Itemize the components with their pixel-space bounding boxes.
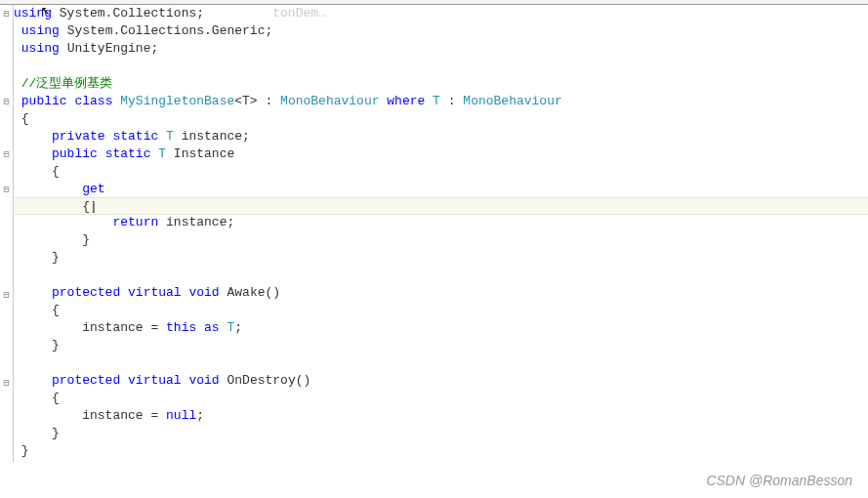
- code-line[interactable]: return instance;: [14, 214, 868, 231]
- code-content[interactable]: using System.Collections; tonDem… using …: [14, 5, 868, 462]
- code-line[interactable]: [14, 267, 868, 284]
- fold-toggle[interactable]: ⊟: [0, 93, 13, 110]
- code-line[interactable]: instance = null;: [14, 407, 868, 425]
- code-line[interactable]: instance = this as T;: [14, 319, 868, 337]
- code-line[interactable]: }: [14, 442, 868, 460]
- code-line[interactable]: get: [14, 181, 868, 198]
- code-editor[interactable]: ⊟ ⊟ ⊟ ⊟ ⊟ ⊟ using System.Collections; to…: [0, 4, 868, 462]
- code-line[interactable]: using System.Collections; tonDem…: [14, 5, 868, 22]
- code-line[interactable]: {: [14, 302, 868, 319]
- code-line[interactable]: protected virtual void OnDestroy(): [14, 372, 868, 390]
- code-line-active[interactable]: {|: [14, 197, 868, 215]
- code-line[interactable]: [14, 58, 868, 75]
- code-line[interactable]: using System.Collections.Generic;: [14, 22, 868, 40]
- code-line[interactable]: }: [14, 425, 868, 442]
- code-line[interactable]: private static T instance;: [14, 128, 868, 145]
- fold-toggle[interactable]: ⊟: [0, 5, 13, 22]
- fold-toggle[interactable]: ⊟: [0, 181, 13, 198]
- code-line[interactable]: }: [14, 249, 868, 267]
- code-line[interactable]: {: [14, 163, 868, 181]
- code-line[interactable]: {: [14, 110, 868, 128]
- watermark: CSDN @RomanBesson: [706, 473, 852, 488]
- code-line[interactable]: }: [14, 337, 868, 354]
- code-line[interactable]: //泛型单例基类: [14, 75, 868, 93]
- code-line[interactable]: public static T Instance: [14, 145, 868, 163]
- code-line[interactable]: [14, 354, 868, 372]
- code-line[interactable]: public class MySingletonBase<T> : MonoBe…: [14, 93, 868, 110]
- fold-toggle[interactable]: ⊟: [0, 286, 13, 304]
- fold-gutter: ⊟ ⊟ ⊟ ⊟ ⊟ ⊟: [0, 5, 14, 462]
- code-line[interactable]: using UnityEngine;: [14, 40, 868, 58]
- code-line[interactable]: protected virtual void Awake(): [14, 284, 868, 302]
- code-line[interactable]: {: [14, 390, 868, 407]
- code-line[interactable]: }: [14, 231, 868, 249]
- fold-toggle[interactable]: ⊟: [0, 374, 13, 392]
- fold-toggle[interactable]: ⊟: [0, 145, 13, 163]
